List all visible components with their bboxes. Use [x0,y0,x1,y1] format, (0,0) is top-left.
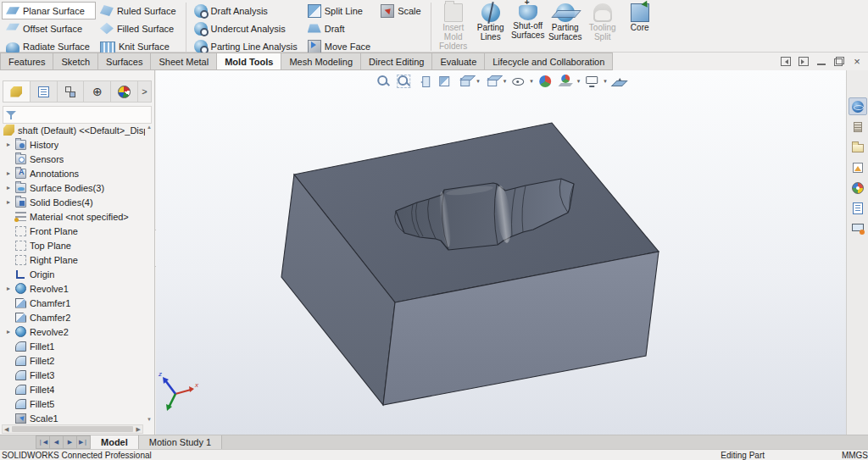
scale-button[interactable]: Scale [376,2,427,19]
scrollbar-thumb[interactable] [12,426,132,432]
view-settings-button[interactable] [582,73,601,89]
tree-item-solid-bodies-4[interactable]: Solid Bodies(4) [0,195,145,209]
expand-arrow-icon[interactable] [5,184,12,191]
zoom-to-area-button[interactable] [394,73,413,89]
planar-surface-button[interactable]: Planar Surface [2,2,96,19]
tree-item-revolve1[interactable]: Revolve1 [0,281,145,296]
featuremanager-tab[interactable] [3,81,31,102]
chevron-down-icon[interactable] [504,78,507,85]
parting-surfaces-button[interactable]: PartingSurfaces [547,2,584,43]
scroll-left-icon[interactable]: ◀ [3,426,10,433]
tree-vertical-scrollbar[interactable]: ▲ ▼ [145,125,153,422]
display-style-button[interactable] [482,73,501,89]
tree-item-revolve2[interactable]: Revolve2 [0,324,145,339]
expand-arrow-icon[interactable] [5,169,12,177]
last-tab-icon[interactable] [77,435,91,449]
scroll-down-icon[interactable]: ▼ [147,417,152,422]
expand-arrow-icon[interactable] [5,141,12,148]
tree-root-item[interactable]: shaft (Default) <<Default>_Display [0,123,145,137]
tree-item-right-plane[interactable]: Right Plane [0,252,145,267]
displaymanager-tab[interactable] [111,81,138,102]
expand-arrow-icon[interactable] [5,285,12,292]
appearances-scenes-button[interactable] [849,179,867,197]
expand-arrow-icon[interactable] [5,328,12,335]
edit-appearance-button[interactable] [536,73,554,89]
tab-mold-tools[interactable]: Mold Tools [217,53,281,70]
tree-item-chamfer2[interactable]: Chamfer2 [0,310,145,324]
section-view-button[interactable] [435,73,453,89]
ruled-surface-button[interactable]: Ruled Surface [96,2,182,19]
file-explorer-button[interactable] [849,138,867,156]
view-palette-button[interactable] [849,158,867,176]
shut-off-surfaces-button[interactable]: Shut-offSurfaces [509,2,547,42]
pane-right-icon[interactable] [798,56,810,67]
parting-lines-button[interactable]: PartingLines [472,2,509,43]
restore-icon[interactable] [833,56,845,67]
apply-scene-button[interactable] [556,73,575,89]
undercut-analysis-button[interactable]: Undercut Analysis [190,19,303,37]
scroll-right-icon[interactable]: ▶ [135,426,142,433]
design-library-button[interactable] [849,118,867,136]
expand-arrow-icon[interactable] [5,198,12,206]
tree-item-history[interactable]: History [0,137,145,152]
mold-block[interactable] [281,123,659,405]
offset-surface-button[interactable]: Offset Surface [2,19,96,37]
hide-show-items-button[interactable] [509,73,527,89]
tree-item-material-not-specified[interactable]: Material <not specified> [0,209,145,224]
tree-horizontal-scrollbar[interactable]: ◀ ▶ [2,424,143,434]
forum-button[interactable] [849,219,867,237]
pane-left-icon[interactable] [780,56,792,67]
tab-surfaces[interactable]: Surfaces [98,53,151,70]
draft-analysis-button[interactable]: Draft Analysis [190,2,303,19]
tree-filter-input[interactable] [19,107,148,123]
status-units[interactable]: MMGS [842,451,868,460]
tab-motion-study-1[interactable]: Motion Study 1 [139,435,222,449]
previous-view-button[interactable] [415,73,433,89]
tab-features[interactable]: Features [0,53,53,70]
tree-item-sensors[interactable]: Sensors [0,152,145,166]
draft-button[interactable]: Draft [303,19,376,37]
manager-tabs-expand-arrow[interactable]: > [138,81,151,102]
tree-item-annotations[interactable]: Annotations [0,166,145,180]
chevron-down-icon[interactable] [476,78,480,85]
propertymanager-tab[interactable] [31,81,58,102]
tab-direct-editing[interactable]: Direct Editing [361,53,432,70]
tree-item-fillet5[interactable]: Fillet5 [0,396,145,411]
filled-surface-button[interactable]: Filled Surface [96,19,182,37]
tab-mesh-modeling[interactable]: Mesh Modeling [281,53,361,70]
tab-evaluate[interactable]: Evaluate [432,53,485,70]
tree-item-front-plane[interactable]: Front Plane [0,224,145,238]
minimize-icon[interactable] [815,56,827,67]
configurationmanager-tab[interactable] [58,81,85,102]
previous-tab-icon[interactable] [50,435,64,449]
tab-model[interactable]: Model [91,435,139,449]
tab-lifecycle-and-collaboration[interactable]: Lifecycle and Collaboration [485,53,613,70]
split-line-button[interactable]: Split Line [303,2,376,19]
zoom-to-fit-button[interactable] [374,73,392,89]
next-tab-icon[interactable] [64,435,77,449]
solidworks-resources-button[interactable] [849,97,867,115]
tree-item-surface-bodies-3[interactable]: Surface Bodies(3) [0,180,145,195]
chevron-down-icon[interactable] [577,78,581,85]
tree-item-chamfer1[interactable]: Chamfer1 [0,296,145,310]
chevron-down-icon[interactable] [604,78,607,85]
tree-item-fillet1[interactable]: Fillet1 [0,339,145,353]
graphics-viewport[interactable]: x z [156,70,846,435]
tree-item-fillet2[interactable]: Fillet2 [0,353,145,368]
tree-item-origin[interactable]: Origin [0,267,145,281]
tab-sheet-metal[interactable]: Sheet Metal [151,53,217,70]
dimxpertmanager-tab[interactable] [84,81,111,102]
scroll-up-icon[interactable]: ▲ [147,125,152,130]
custom-properties-button[interactable] [849,199,867,217]
view-orientation-button[interactable] [455,73,474,89]
close-icon[interactable]: × [851,56,863,67]
tree-item-scale1[interactable]: Scale1 [0,411,145,424]
tab-sketch[interactable]: Sketch [53,53,98,70]
chevron-down-icon[interactable] [530,78,533,85]
first-tab-icon[interactable] [36,435,50,449]
tree-item-fillet4[interactable]: Fillet4 [0,382,145,396]
mold-block-model[interactable]: x z [156,70,846,435]
tree-item-top-plane[interactable]: Top Plane [0,238,145,252]
rotate-view-button[interactable] [609,73,628,89]
core-button[interactable]: Core [621,2,659,34]
